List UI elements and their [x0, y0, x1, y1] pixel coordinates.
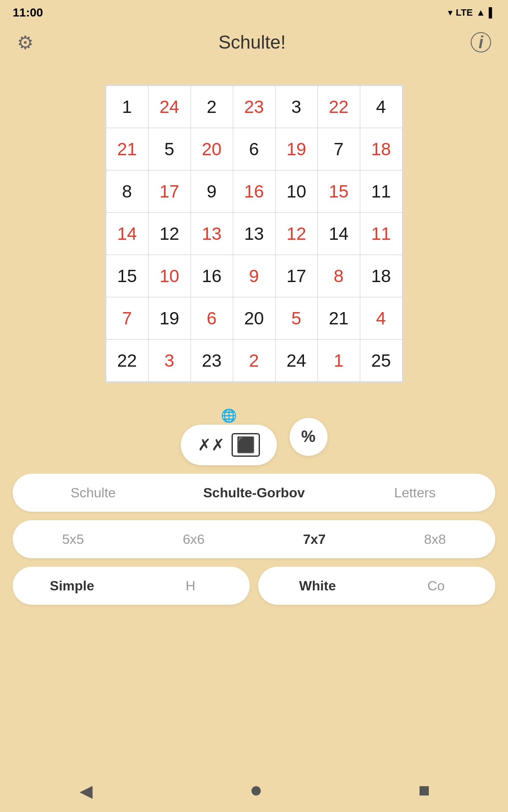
grid-cell-1[interactable]: 24	[149, 86, 191, 128]
grid-cell-43[interactable]: 3	[149, 340, 191, 382]
nav-bar: ◀	[0, 770, 508, 812]
grid-cell-46[interactable]: 24	[276, 340, 318, 382]
grid-cell-11[interactable]: 19	[276, 128, 318, 170]
percent-button[interactable]: %	[290, 418, 328, 456]
action-pill-wrapper: 🌐 ✗✗ ⬛	[181, 408, 277, 465]
grid-cell-6[interactable]: 4	[360, 86, 403, 128]
signal-icon: ▲	[476, 7, 486, 18]
lte-label: LTE	[456, 7, 473, 18]
grid-cell-48[interactable]: 25	[360, 340, 403, 382]
grid-cell-41[interactable]: 4	[360, 297, 403, 340]
status-time: 11:00	[13, 6, 43, 19]
grid-cell-29[interactable]: 10	[149, 255, 191, 297]
grid-cell-3[interactable]: 23	[233, 86, 276, 128]
grid-cell-5[interactable]: 22	[318, 86, 360, 128]
grid-cell-42[interactable]: 22	[106, 340, 149, 382]
grid-cell-37[interactable]: 6	[191, 297, 233, 340]
grid-cell-14[interactable]: 8	[106, 170, 149, 213]
battery-icon: ▌	[489, 7, 495, 18]
action-row: 🌐 ✗✗ ⬛ %	[13, 408, 495, 465]
swords-icon: ✗✗	[198, 436, 225, 454]
color-style-selector[interactable]: White Co	[258, 567, 495, 605]
info-icon[interactable]: i	[471, 32, 491, 52]
size-5x5[interactable]: 5x5	[13, 532, 133, 547]
grid-cell-36[interactable]: 19	[149, 297, 191, 340]
wifi-icon: ▾	[448, 7, 453, 18]
grid-cell-27[interactable]: 11	[360, 213, 403, 255]
grid-cell-12[interactable]: 7	[318, 128, 360, 170]
grid-cell-24[interactable]: 13	[233, 213, 276, 255]
grid-cell-20[interactable]: 11	[360, 170, 403, 213]
grid-cell-32[interactable]: 17	[276, 255, 318, 297]
grid-cell-44[interactable]: 23	[191, 340, 233, 382]
grid-cell-31[interactable]: 9	[233, 255, 276, 297]
grid-cell-22[interactable]: 12	[149, 213, 191, 255]
size-7x7[interactable]: 7x7	[254, 532, 375, 547]
grid-cell-7[interactable]: 21	[106, 128, 149, 170]
mode-gorbov[interactable]: Schulte-Gorbov	[174, 485, 334, 501]
settings-icon[interactable]: ⚙	[17, 32, 33, 53]
schulte-grid: 1242233224215206197188179161015111412131…	[106, 85, 403, 382]
grid-cell-28[interactable]: 15	[106, 255, 149, 297]
grid-cell-45[interactable]: 2	[233, 340, 276, 382]
status-icons: ▾ LTE ▲ ▌	[448, 7, 495, 18]
grid-cell-47[interactable]: 1	[318, 340, 360, 382]
grid-cell-40[interactable]: 21	[318, 297, 360, 340]
grid-cell-39[interactable]: 5	[276, 297, 318, 340]
size-8x8[interactable]: 8x8	[375, 532, 495, 547]
bottom-section: 🌐 ✗✗ ⬛ % Schulte Schulte-Gorbov Letters …	[0, 408, 508, 605]
mode-letters[interactable]: Letters	[334, 485, 495, 501]
grid-cell-25[interactable]: 12	[276, 213, 318, 255]
status-bar: 11:00 ▾ LTE ▲ ▌	[0, 0, 508, 25]
display-style-selector[interactable]: Simple H	[13, 567, 250, 605]
mode-schulte[interactable]: Schulte	[13, 485, 174, 501]
grid-cell-15[interactable]: 17	[149, 170, 191, 213]
grid-cell-16[interactable]: 9	[191, 170, 233, 213]
style-simple[interactable]: Simple	[13, 578, 131, 594]
grid-cell-33[interactable]: 8	[318, 255, 360, 297]
recents-button[interactable]	[420, 786, 429, 796]
size-6x6[interactable]: 6x6	[133, 532, 254, 547]
grid-cell-38[interactable]: 20	[233, 297, 276, 340]
grid-cell-34[interactable]: 18	[360, 255, 403, 297]
action-pill-button[interactable]: ✗✗ ⬛	[181, 425, 277, 465]
grid-cell-19[interactable]: 15	[318, 170, 360, 213]
back-button[interactable]: ◀	[80, 781, 93, 801]
top-bar: ⚙ Schulte! i	[0, 25, 508, 59]
grid-cell-2[interactable]: 2	[191, 86, 233, 128]
color-co[interactable]: Co	[377, 578, 495, 594]
grid-cell-26[interactable]: 14	[318, 213, 360, 255]
mode-selector[interactable]: Schulte Schulte-Gorbov Letters	[13, 474, 495, 512]
grid-cell-8[interactable]: 5	[149, 128, 191, 170]
schulte-grid-wrapper: 1242233224215206197188179161015111412131…	[105, 85, 403, 383]
grid-cell-4[interactable]: 3	[276, 86, 318, 128]
grid-cell-21[interactable]: 14	[106, 213, 149, 255]
home-button[interactable]	[251, 786, 261, 796]
grid-cell-13[interactable]: 18	[360, 128, 403, 170]
grid-cell-18[interactable]: 10	[276, 170, 318, 213]
style-h[interactable]: H	[131, 578, 250, 594]
grid-cell-30[interactable]: 16	[191, 255, 233, 297]
color-white[interactable]: White	[258, 578, 377, 594]
grid-cell-0[interactable]: 1	[106, 86, 149, 128]
grid-cell-23[interactable]: 13	[191, 213, 233, 255]
grid-cell-17[interactable]: 16	[233, 170, 276, 213]
size-selector[interactable]: 5x5 6x6 7x7 8x8	[13, 520, 495, 558]
qr-icon: ⬛	[232, 433, 260, 457]
grid-cell-10[interactable]: 6	[233, 128, 276, 170]
app-title: Schulte!	[218, 32, 286, 53]
grid-cell-9[interactable]: 20	[191, 128, 233, 170]
style-options-row: Simple H White Co	[13, 567, 495, 605]
grid-cell-35[interactable]: 7	[106, 297, 149, 340]
globe-icon: 🌐	[221, 408, 237, 423]
